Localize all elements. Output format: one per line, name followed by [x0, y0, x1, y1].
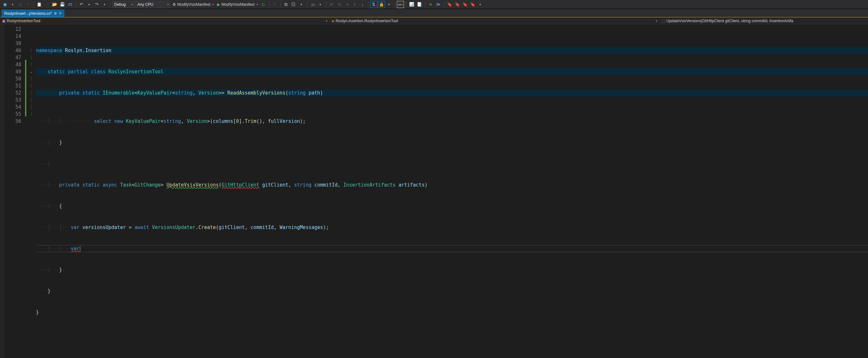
chevron-down-icon: ▾	[656, 19, 657, 23]
start-target-1[interactable]: ⚙ ModifyVsixManifest ▾	[171, 1, 215, 8]
window-icon[interactable]: ⧉	[283, 1, 290, 8]
separator	[307, 2, 307, 7]
code-line: ····│···│···var	[36, 245, 868, 252]
toggle-1-icon[interactable]: ⇅	[370, 1, 377, 8]
code-line: ····│···}	[36, 266, 868, 273]
fold-gutter: │ │ │ ⌄ │ │ │ │ │ │	[26, 24, 36, 358]
main-toolbar: ◉ ▾ ◎ ▾ 📋 ⋮ 📂 💾 🗃 ↶ ▾ ↷ ▾ Debug Any CPU …	[0, 0, 868, 9]
separator	[368, 2, 368, 7]
gear-icon: ⚙	[173, 2, 176, 7]
layout-dropdown[interactable]: ▾	[298, 1, 305, 8]
redo-icon[interactable]: ↷	[93, 1, 100, 8]
close-icon[interactable]: ✕	[59, 11, 62, 16]
code-line: ····│···│···········select new KeyValueP…	[36, 118, 868, 125]
editor: 12 14 38 46 47 48 49 50 51 52 53 54 55 5…	[0, 24, 868, 358]
tab-title: RoslynInsert...yVersions.cs*	[4, 11, 52, 16]
start-target-2[interactable]: ▶ ModifyVsixManifest ▾	[216, 1, 259, 8]
code-nav-bar: ▣ RoslynInsertionTool ▾ ⧈ Roslyn.Inserti…	[0, 17, 868, 24]
down-arrow-icon[interactable]: ↓	[359, 1, 366, 8]
pin-icon[interactable]: ⊕	[54, 11, 57, 16]
code-line: ····│···private static async Task<GitCha…	[36, 182, 868, 189]
separator	[75, 2, 76, 7]
breakpoint-icon[interactable]: □□	[309, 1, 316, 8]
method-icon: ⬚	[661, 19, 665, 23]
separator	[425, 2, 425, 7]
nav-class[interactable]: ⧈ Roslyn.Insertion.RoslynInsertionTool ▾	[330, 19, 659, 23]
code-line: ····}	[36, 287, 868, 295]
format-icon[interactable]: ≡	[427, 1, 434, 8]
new-project-icon[interactable]: 📋	[36, 1, 43, 8]
chart-icon[interactable]: 📊	[408, 1, 415, 8]
code-line: ····│···│···var versionsUpdater = await …	[36, 224, 868, 231]
separator	[406, 2, 406, 7]
chevron-down-icon: ▾	[326, 19, 328, 23]
csharp-project-icon: ▣	[2, 19, 5, 23]
separator	[33, 2, 34, 7]
toggle-dropdown[interactable]: ▾	[386, 1, 393, 8]
separator	[269, 2, 270, 7]
separator-dots: ⋮	[43, 1, 51, 8]
redo-dropdown[interactable]: ▾	[101, 1, 108, 8]
nav-member[interactable]: ⬚ UpdateVsixVersions(GitHttpClient gitCl…	[659, 19, 868, 23]
code-line: ····│···{	[36, 203, 868, 210]
bookmark-clear-icon[interactable]: 🔖	[469, 1, 476, 8]
text-cursor	[80, 246, 80, 251]
side-rail	[0, 24, 4, 358]
line-number-gutter: 12 14 38 46 47 48 49 50 51 52 53 54 55 5…	[4, 24, 25, 358]
uncomment-icon[interactable]: ⇆	[336, 1, 343, 8]
document-tabs: RoslynInsert...yVersions.cs* ⊕ ✕	[0, 9, 868, 17]
class-icon: ⧈	[332, 19, 334, 23]
back-dropdown[interactable]: ▾	[9, 1, 16, 8]
separator	[444, 2, 444, 7]
undo-icon[interactable]: ↶	[78, 1, 85, 8]
layout-icon[interactable]: ⿻	[290, 1, 297, 8]
lock-icon[interactable]: 🔒	[378, 1, 385, 8]
step-icon[interactable]: ⤵	[271, 1, 278, 8]
separator	[280, 2, 281, 7]
fold-toggle-icon[interactable]: ⌄	[26, 68, 36, 75]
play-icon: ▶	[217, 2, 220, 7]
play-outline-icon[interactable]: ▷	[260, 1, 267, 8]
bookmark-prev-icon[interactable]: 🔖	[454, 1, 461, 8]
platform-dropdown[interactable]: Any CPU	[135, 1, 170, 8]
indent-icon[interactable]: ⇥	[344, 1, 351, 8]
tab-roslyn-insert[interactable]: RoslynInsert...yVersions.cs* ⊕ ✕	[1, 9, 65, 17]
forward-dropdown[interactable]: ▾	[24, 1, 31, 8]
forward-button[interactable]: ◎	[17, 1, 24, 8]
code-line: namespace Roslyn.Insertion	[36, 47, 868, 54]
breakpoint-dropdown[interactable]: ▾	[317, 1, 324, 8]
undo-dropdown[interactable]: ▾	[86, 1, 92, 8]
up-arrow-icon[interactable]: ↑	[351, 1, 359, 8]
overflow-dropdown[interactable]: ▾	[477, 1, 484, 8]
abc-icon[interactable]: abc	[397, 1, 404, 8]
save-icon[interactable]: 💾	[59, 1, 66, 8]
save-all-icon[interactable]: 🗃	[66, 1, 73, 8]
code-area[interactable]: namespace Roslyn.Insertion ····static pa…	[36, 24, 868, 358]
separator	[110, 2, 110, 7]
separator	[326, 2, 326, 7]
code-line: ····static partial class RoslynInsertion…	[36, 68, 868, 75]
config-dropdown[interactable]: Debug	[112, 1, 134, 8]
indent-right-icon[interactable]: ≫	[435, 1, 442, 8]
code-line: ····│	[36, 160, 868, 167]
bookmark-icon[interactable]: 🔖	[446, 1, 453, 8]
bookmark-next-icon[interactable]: 🔖	[461, 1, 468, 8]
comment-icon[interactable]: ⇄	[328, 1, 335, 8]
list-icon[interactable]: 📑	[416, 1, 423, 8]
code-line: }	[36, 309, 868, 316]
code-line	[36, 330, 868, 337]
nav-project[interactable]: ▣ RoslynInsertionTool ▾	[0, 19, 330, 23]
separator	[395, 2, 395, 7]
open-folder-icon[interactable]: 📂	[51, 1, 58, 8]
code-line: ········private static IEnumerable<KeyVa…	[36, 89, 868, 97]
back-button[interactable]: ◉	[1, 1, 8, 8]
code-line: ····│···}	[36, 139, 868, 146]
